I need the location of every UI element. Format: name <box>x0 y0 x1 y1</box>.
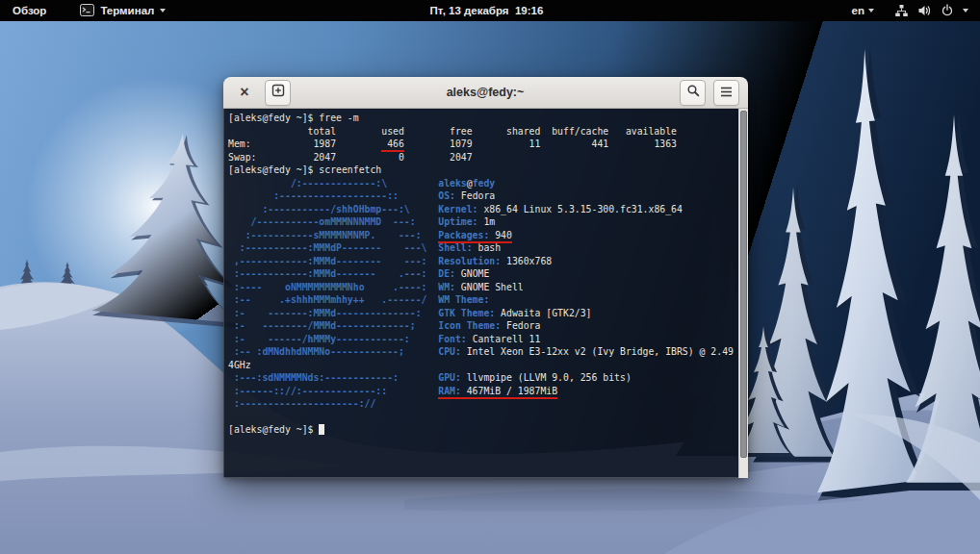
terminal-line: :- --------/MMMd-------------; Icon Them… <box>228 319 738 333</box>
keyboard-layout-label: en <box>852 5 864 16</box>
menu-button[interactable] <box>713 80 739 106</box>
terminal-line: :---------------------:// <box>228 397 738 411</box>
terminal-line: :-- .+shhhMMMmhhy++ .------/ WM Theme: <box>228 293 738 307</box>
app-menu-terminal[interactable]: Терминал <box>70 0 175 21</box>
search-icon <box>686 84 700 101</box>
terminal-line: total used free shared buff/cache availa… <box>228 125 738 138</box>
terminal-line: :------:://:-------------:: RAM: 467MiB … <box>228 385 738 398</box>
app-menu-label: Терминал <box>100 5 154 16</box>
terminal-line: :-----------sMMMMNMNMP. ---: Packages: 9… <box>228 229 738 242</box>
terminal-line: [aleks@fedy ~]$ screenfetch <box>228 164 738 177</box>
terminal-line: [aleks@fedy ~]$ <box>228 423 738 437</box>
terminal-line: Swap: 2047 0 2047 <box>228 151 738 164</box>
new-tab-button[interactable] <box>265 80 291 106</box>
search-button[interactable] <box>680 80 706 106</box>
terminal-output[interactable]: [aleks@fedy ~]$ free -m total used free … <box>223 109 738 478</box>
system-menu[interactable] <box>894 4 968 17</box>
terminal-line: :-- :dMNdhhdNMMNo------------; CPU: Inte… <box>228 345 738 359</box>
terminal-line <box>228 411 738 424</box>
terminal-line: :-----------/shhOHbmp---:\ Kernel: x86_6… <box>228 203 738 216</box>
network-wired-icon <box>894 4 909 17</box>
hamburger-menu-icon <box>720 84 733 101</box>
scrollbar[interactable] <box>738 109 748 478</box>
top-bar-left: Обзор Терминал <box>0 0 175 21</box>
terminal-line: :-------------------:: OS: Fedora <box>228 189 738 203</box>
terminal-line: :- ------/hMMMy------------: Font: Canta… <box>228 333 738 346</box>
terminal-line: Mem: 1987 466 1079 11 441 1363 <box>228 138 738 151</box>
chevron-down-icon <box>160 9 166 13</box>
terminal-line: :- -------:MMMd--------------: GTK Theme… <box>228 307 738 320</box>
power-icon <box>941 4 954 17</box>
keyboard-layout-indicator[interactable]: en <box>848 5 878 16</box>
terminal-line: :---:sdNMMMMNds:------------: GPU: llvmp… <box>228 371 738 385</box>
terminal-line: :---- oNMMMMMMMMMNho .----: WM: GNOME Sh… <box>228 281 738 294</box>
activities-button[interactable]: Обзор <box>0 0 59 21</box>
terminal-line: 4GHz <box>228 359 738 372</box>
terminal-line: :------------:MMMd------- .---: DE: GNOM… <box>228 267 738 281</box>
volume-icon <box>917 4 932 17</box>
terminal-app-icon <box>80 4 94 18</box>
top-bar: Обзор Терминал Пт, 13 декабря 19:16 en <box>0 0 980 21</box>
terminal-content[interactable]: [aleks@fedy ~]$ free -m total used free … <box>223 109 748 478</box>
headerbar[interactable]: × aleks@fedy:~ <box>223 77 748 109</box>
desktop: Обзор Терминал Пт, 13 декабря 19:16 en <box>0 0 980 554</box>
terminal-line: [aleks@fedy ~]$ free -m <box>228 112 738 125</box>
terminal-line: /:-------------:\ aleks@fedy <box>228 177 738 190</box>
terminal-line: :-----------:MMMdP------- ---\ Shell: ba… <box>228 241 738 255</box>
chevron-down-icon <box>868 9 874 13</box>
chevron-down-icon <box>963 9 968 13</box>
terminal-window: × aleks@fedy:~ <box>223 77 748 478</box>
scrollbar-thumb[interactable] <box>740 111 747 458</box>
top-bar-right: en <box>848 0 980 21</box>
terminal-line: /-----------omMMMNNNMMD ---: Uptime: 1m <box>228 215 738 229</box>
window-title: aleks@fedy:~ <box>291 86 680 99</box>
close-button[interactable]: × <box>232 80 257 105</box>
new-tab-icon <box>271 84 285 101</box>
terminal-line: ,------------:MMMd-------- ---: Resoluti… <box>228 255 738 268</box>
clock-button[interactable]: Пт, 13 декабря 19:16 <box>430 0 544 21</box>
